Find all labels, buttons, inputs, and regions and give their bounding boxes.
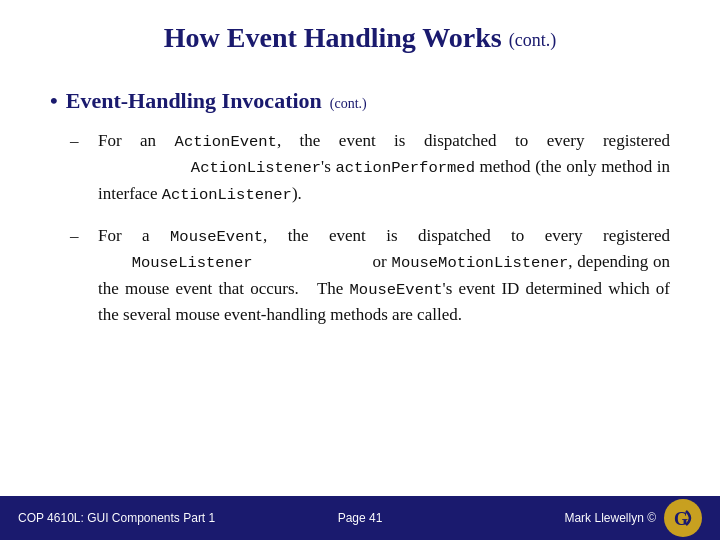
bullet-heading: • Event-Handling Invocation (cont.) [50,88,670,114]
dash-1: – [70,128,88,207]
mouse-event-class-2: MouseEvent [350,281,443,299]
action-listener-interface: ActionListener [162,186,292,204]
sub-item-action: – For an ActionEvent, the event is dispa… [70,128,670,207]
mouse-motion-listener-class: MouseMotionListener [392,254,569,272]
footer-left: COP 4610L: GUI Components Part 1 [18,511,215,525]
slide-footer: COP 4610L: GUI Components Part 1 Page 41… [0,496,720,540]
title-main: How Event Handling Works [164,22,502,53]
logo-icon: G [666,501,700,535]
action-performed-method: actionPerformed [335,159,475,177]
mouse-event-text: For a MouseEvent, the event is dispatche… [98,223,670,328]
sub-items: – For an ActionEvent, the event is dispa… [50,128,670,328]
mouse-event-class: MouseEvent [170,228,263,246]
mouse-listener-class: MouseListener [132,254,253,272]
action-listener-class: ActionListener [191,159,321,177]
footer-logo: G [664,499,702,537]
slide-title: How Event Handling Works (cont.) [0,0,720,70]
bullet-dot: • [50,88,58,114]
sub-item-mouse: – For a MouseEvent, the event is dispatc… [70,223,670,328]
title-cont: (cont.) [509,30,556,50]
action-event-text: For an ActionEvent, the event is dispatc… [98,128,670,207]
footer-right: Mark Llewellyn © [564,511,656,525]
bullet-item: • Event-Handling Invocation (cont.) – Fo… [50,88,670,328]
slide: How Event Handling Works (cont.) • Event… [0,0,720,540]
action-event-class: ActionEvent [175,133,277,151]
slide-body: • Event-Handling Invocation (cont.) – Fo… [0,70,720,496]
bullet-heading-text: Event-Handling Invocation [66,88,322,114]
dash-2: – [70,223,88,328]
bullet-heading-cont: (cont.) [330,96,367,112]
footer-center: Page 41 [338,511,383,525]
